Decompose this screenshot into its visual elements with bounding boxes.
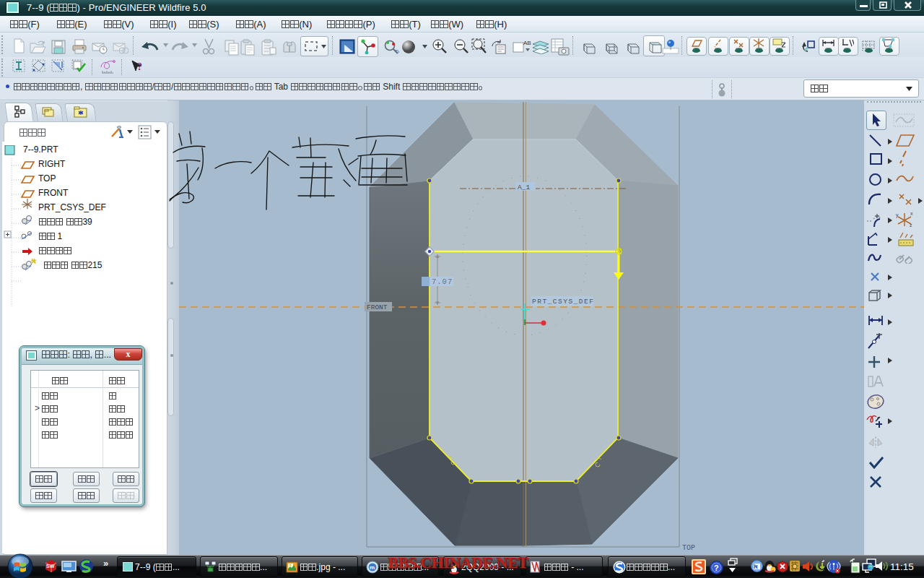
- svg-text:A_1: A_1: [518, 184, 530, 191]
- svg-text:y: y: [896, 212, 899, 218]
- svg-text:7.07: 7.07: [432, 277, 453, 286]
- svg-text:PRT_CSYS_DEF: PRT_CSYS_DEF: [532, 298, 594, 306]
- svg-text:z: z: [910, 223, 912, 228]
- svg-text:m: m: [370, 564, 375, 571]
- svg-text:TOP: TOP: [682, 544, 695, 552]
- svg-text:x: x: [910, 211, 913, 216]
- svg-text:?: ?: [137, 61, 142, 72]
- svg-text:FRONT: FRONT: [367, 303, 388, 311]
- svg-text:SW: SW: [46, 564, 55, 569]
- svg-text:AB: AB: [523, 40, 531, 46]
- svg-text:?: ?: [714, 564, 719, 572]
